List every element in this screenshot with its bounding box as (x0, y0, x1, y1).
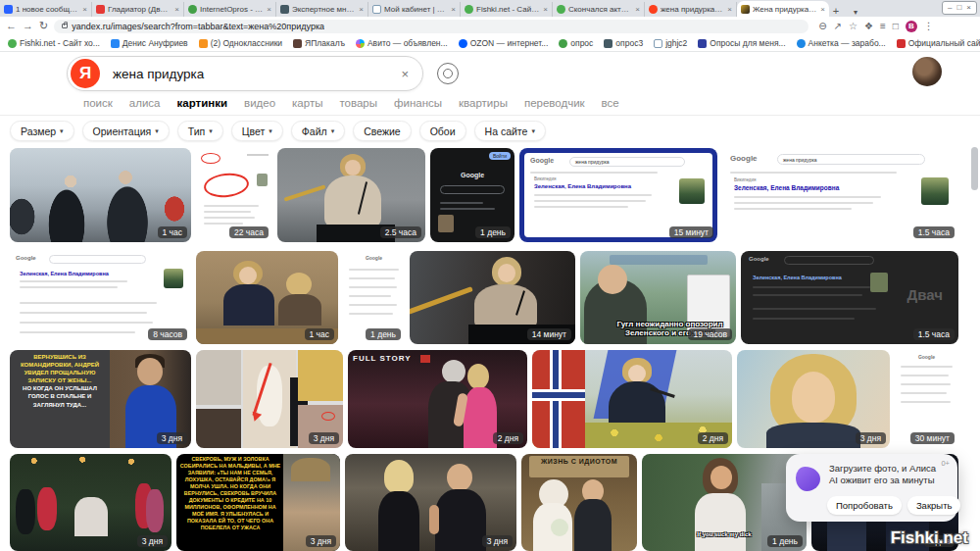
filter-color[interactable]: Цвет▾ (231, 121, 283, 141)
result-woman-podium[interactable]: 2.5 часа (277, 148, 425, 242)
tab-close-icon[interactable]: × (451, 5, 456, 14)
result-woman-microphone[interactable]: 14 минут (410, 251, 575, 344)
result-dark-google-board[interactable]: Google Зеленская, Елена Владимировна Два… (741, 251, 958, 344)
filter-orientation[interactable]: Ориентация▾ (82, 121, 170, 141)
extensions-icon[interactable]: ❖ (864, 22, 873, 31)
tab-kartinki-active[interactable]: картинки (177, 97, 228, 109)
forward-icon[interactable]: → (23, 21, 33, 31)
bookmark-yaplakal[interactable]: ЯПлакалъ (293, 38, 345, 48)
bookmark-opros3[interactable]: опрос3 (604, 38, 643, 48)
tab-actor-news[interactable]: Скончался актёр Ром...× (553, 2, 645, 17)
tab-close-icon[interactable]: × (727, 5, 732, 14)
alice-try-button[interactable]: Попробовать (827, 496, 902, 515)
zoom-icon[interactable]: ⊖ (818, 22, 826, 31)
tab-close-icon[interactable]: × (82, 5, 87, 14)
result-reality-show-group[interactable]: 3 дня (10, 454, 172, 551)
bookmark-official-site[interactable]: Официальный сай... (897, 38, 980, 48)
filter-type[interactable]: Тип▾ (177, 121, 223, 141)
tab-vse[interactable]: все (602, 97, 619, 109)
result-dark-google-mobile[interactable]: Google Войти 1 день (430, 148, 514, 242)
tab-internetopros[interactable]: InternetOpros - Личн...× (184, 2, 276, 17)
result-google-screenshot[interactable]: Google жена придурка Википедия Зеленская… (722, 148, 958, 242)
bookmark-oprosy[interactable]: Опросы для меня... (698, 38, 785, 48)
bookmark-ozon[interactable]: OZON — интернет... (459, 38, 549, 48)
side-panel-icon[interactable]: □ (893, 22, 899, 31)
tab-karty[interactable]: карты (292, 97, 322, 109)
image-search-camera-icon[interactable] (437, 63, 459, 84)
result-selfie-meme[interactable]: Гугл неожиданно опозорил Зеленского и ег… (580, 251, 736, 344)
tab-close-icon[interactable]: × (820, 5, 825, 14)
tab-expert-opinion[interactable]: Экспертное мнение× (276, 2, 368, 17)
yandex-search-box[interactable]: жена придурка × (67, 56, 423, 91)
window-close-button[interactable]: × (966, 3, 971, 13)
bookmark-avito[interactable]: Авито — объявлен... (356, 38, 448, 48)
result-google-questions[interactable]: Google Зеленская, Елена Владимировна 8 ч… (10, 251, 191, 344)
reload-icon[interactable]: ↻ (39, 21, 48, 31)
bookmark-opros[interactable]: опрос (559, 38, 593, 48)
result-full-story[interactable]: FULL STORY 2 дня (348, 350, 527, 448)
result-photo-collage[interactable]: 3 дня (196, 350, 343, 448)
tab-tovary[interactable]: товары (339, 97, 377, 109)
menu-dots-icon[interactable]: ⋮ (924, 22, 934, 31)
result-blonde-woman[interactable]: 3 дня (737, 350, 890, 448)
filter-wallpapers[interactable]: Обои (419, 121, 466, 141)
result-story-text-meme[interactable]: СВЕКРОВЬ, МУЖ И ЗОЛОВКА СОБИРАЛИСЬ НА МА… (176, 454, 340, 551)
filter-size[interactable]: Размер▾ (10, 121, 74, 141)
user-avatar[interactable] (912, 57, 942, 86)
bookmark-star-icon[interactable]: ☆ (849, 22, 858, 31)
result-wedding-photo[interactable]: ЖИЗНЬ С ИДИОТОМ (521, 454, 637, 551)
bookmark-favicon (111, 39, 120, 48)
back-icon[interactable]: ← (6, 21, 17, 31)
clear-search-icon[interactable]: × (401, 67, 409, 81)
sign-text: ЖИЗНЬ С ИДИОТОМ (521, 458, 637, 465)
tab-close-icon[interactable]: × (543, 5, 548, 14)
minimize-button[interactable]: – (948, 3, 952, 13)
tab-close-icon[interactable]: × (174, 5, 179, 14)
result-story-blue-coat[interactable]: ВЕРНУВШИСЬ ИЗ КОМАНДИРОВКИ, АНДРЕЙ УВИДЕ… (10, 350, 191, 448)
filter-on-site[interactable]: На сайте▾ (474, 121, 546, 141)
bookmark-fishki[interactable]: Fishki.net - Сайт хо... (8, 38, 100, 48)
tab-profi-cabinet[interactable]: Мой кабинет | Profi O...× (368, 2, 461, 17)
address-bar[interactable]: yandex.ru/images/search?from=tabbar&text… (54, 20, 808, 33)
result-couple-black-outfits[interactable]: 3 дня (345, 454, 516, 551)
filter-file[interactable]: Файл▾ (291, 121, 345, 141)
filter-fresh[interactable]: Свежие (353, 121, 412, 141)
bookmark-vk-profile[interactable]: Денис Ануфриев (111, 38, 188, 48)
tab-perevodchik[interactable]: переводчик (524, 97, 585, 109)
tab-finansy[interactable]: финансы (394, 97, 442, 109)
tab-alisa[interactable]: алиса (129, 97, 161, 109)
tab-new-message[interactable]: 1 новое сообщение× (0, 2, 92, 17)
result-google-screenshot-blue[interactable]: Google жена придурка Википедия Зеленская… (519, 148, 717, 242)
bookmark-anketka[interactable]: Анкетка — зарабо... (797, 38, 886, 48)
result-narrow-google-mobile[interactable]: Google 1 день (343, 251, 405, 344)
tab-video[interactable]: видео (244, 97, 275, 109)
tab-kvartiry[interactable]: квартиры (459, 97, 508, 109)
tab-fishki[interactable]: Fishki.net - Сайт хоро...× (461, 2, 553, 17)
tab-gladiator[interactable]: Гладиатор (Две части)× (92, 2, 184, 17)
search-input[interactable]: жена придурка (113, 67, 204, 81)
result-norway-speech[interactable]: 2 дня (532, 350, 732, 448)
result-couple-photo[interactable]: 1 час (10, 148, 191, 242)
bookmark-odnoklassniki[interactable]: (2) Одноклассники (199, 38, 282, 48)
tab-search-chevron-icon[interactable]: ▾ (849, 8, 862, 17)
result-annotated-screenshot[interactable]: 22 часа (196, 148, 272, 242)
alice-close-button[interactable]: Закрыть (907, 496, 961, 515)
yandex-logo[interactable]: Я (71, 59, 100, 88)
tab-poisk[interactable]: поиск (83, 97, 113, 109)
tab-close-icon[interactable]: × (635, 5, 640, 14)
result-girl-outdoors[interactable]: If you suck my dick 1 день (642, 454, 807, 551)
restore-button[interactable]: □ (956, 3, 961, 13)
profile-avatar[interactable]: B (906, 21, 917, 32)
share-icon[interactable]: ↗ (834, 22, 842, 31)
new-tab-button[interactable]: + (829, 5, 843, 17)
reading-list-icon[interactable]: ≡ (880, 22, 886, 31)
result-google-mobile-small[interactable]: Google 30 минут (895, 350, 958, 448)
scrollbar-thumb[interactable] (971, 147, 978, 190)
tab-close-icon[interactable]: × (267, 5, 271, 14)
result-assembly-women[interactable]: 1 час (196, 251, 338, 344)
tab-active-images[interactable]: Жена придурка: смотр...× (737, 1, 829, 17)
url-text[interactable]: yandex.ru/images/search?from=tabbar&text… (72, 22, 324, 31)
bookmark-jghjc2[interactable]: jghjc2 (654, 38, 687, 48)
tab-yandex-search[interactable]: жена придурка — Янд...× (645, 2, 737, 17)
tab-close-icon[interactable]: × (359, 5, 364, 14)
